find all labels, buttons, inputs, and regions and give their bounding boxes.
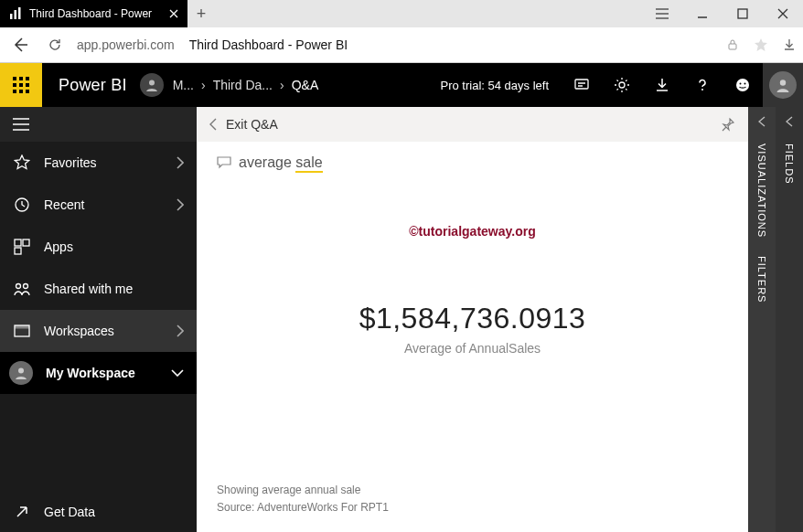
- rail-visualizations[interactable]: VISUALIZATIONS FILTERS: [748, 107, 776, 532]
- brand-label[interactable]: Power BI: [42, 76, 140, 95]
- chevron-right-icon: [177, 198, 184, 211]
- window-controls: [642, 0, 803, 27]
- window-minimize-button[interactable]: [682, 0, 723, 27]
- powerbi-tab-icon: [9, 7, 22, 20]
- pro-trial-status[interactable]: Pro trial: 54 days left: [428, 79, 562, 92]
- tab-bar: Third Dashboard - Power +: [0, 0, 803, 27]
- notifications-button[interactable]: [562, 63, 602, 107]
- result-value: $1,584,736.0913: [359, 302, 586, 335]
- footer-line2: Source: AdventureWorks For RPT1: [217, 499, 389, 516]
- browser-chrome: Third Dashboard - Power + app.powerbi.co…: [0, 0, 803, 63]
- left-nav: Favorites Recent Apps Shared with me Wor…: [0, 107, 197, 532]
- workspace: Favorites Recent Apps Shared with me Wor…: [0, 107, 803, 532]
- sidebar-item-label: Get Data: [44, 505, 95, 519]
- svg-point-20: [744, 83, 746, 85]
- url-host[interactable]: app.powerbi.com: [77, 37, 175, 52]
- address-bar: app.powerbi.com Third Dashboard - Power …: [0, 27, 803, 62]
- favorite-icon[interactable]: [754, 37, 768, 52]
- sidebar-item-label: Recent: [44, 197, 84, 212]
- window-maximize-button[interactable]: [723, 0, 763, 27]
- person-icon: [145, 78, 159, 92]
- chevron-left-icon: [786, 116, 793, 127]
- gear-icon: [614, 77, 630, 93]
- exit-qna-link[interactable]: Exit Q&A: [226, 117, 278, 132]
- sidebar-item-label: Workspaces: [44, 324, 114, 338]
- svg-rect-29: [15, 325, 29, 329]
- share-icon: [13, 281, 31, 297]
- svg-rect-10: [26, 83, 29, 87]
- sidebar-item-recent[interactable]: Recent: [0, 184, 197, 226]
- svg-point-19: [740, 83, 742, 85]
- qna-footer-info: Showing average annual sale Source: Adve…: [217, 482, 389, 516]
- svg-rect-2: [18, 7, 21, 19]
- feedback-button[interactable]: [723, 63, 763, 107]
- new-tab-button[interactable]: +: [187, 0, 215, 27]
- svg-rect-15: [575, 80, 588, 89]
- help-icon: [694, 77, 711, 93]
- browser-menu-icon[interactable]: [642, 0, 682, 27]
- browser-tab-active[interactable]: Third Dashboard - Power: [0, 0, 187, 27]
- svg-point-27: [24, 284, 28, 289]
- breadcrumb-level2[interactable]: Third Da...: [213, 78, 273, 92]
- chevron-right-icon: ›: [201, 78, 206, 92]
- qna-result-card: $1,584,736.0913 Average of AnnualSales: [359, 302, 586, 356]
- rail-fields[interactable]: FIELDS: [776, 107, 803, 532]
- breadcrumb-level3[interactable]: Q&A: [292, 78, 319, 92]
- qna-area: average sale ©tutorialgateway.org $1,584…: [197, 142, 748, 532]
- svg-rect-11: [13, 90, 16, 93]
- sidebar-item-label: Favorites: [44, 155, 97, 170]
- speech-bubble-icon: [217, 156, 231, 169]
- chevron-right-icon: ›: [280, 78, 284, 92]
- breadcrumb: M... › Third Da... › Q&A: [140, 73, 319, 97]
- svg-point-17: [701, 89, 703, 90]
- sidebar-item-apps[interactable]: Apps: [0, 226, 197, 268]
- breadcrumb-avatar[interactable]: [140, 73, 164, 97]
- breadcrumb-level1[interactable]: M...: [173, 78, 194, 92]
- chevron-right-icon: [177, 156, 184, 169]
- svg-rect-9: [19, 83, 23, 87]
- smile-icon: [734, 77, 751, 93]
- user-menu[interactable]: [763, 63, 803, 107]
- window-close-button[interactable]: [763, 0, 803, 27]
- tab-title: Third Dashboard - Power: [29, 7, 162, 20]
- close-tab-icon[interactable]: [169, 9, 178, 18]
- svg-rect-3: [738, 9, 747, 18]
- getdata-icon: [13, 505, 31, 519]
- refresh-button[interactable]: [42, 37, 68, 52]
- sidebar-item-get-data[interactable]: Get Data: [0, 491, 197, 532]
- app-launcher-button[interactable]: [0, 63, 42, 107]
- address-bar-right: [726, 37, 796, 52]
- url-page-title: Third Dashboard - Power BI: [189, 37, 348, 52]
- watermark-text: ©tutorialgateway.org: [409, 224, 535, 239]
- download-button[interactable]: [642, 63, 682, 107]
- svg-rect-13: [26, 90, 29, 93]
- pin-button[interactable]: [721, 117, 735, 132]
- rail-label: VISUALIZATIONS: [756, 144, 767, 238]
- apps-icon: [13, 239, 31, 255]
- sidebar-item-my-workspace[interactable]: My Workspace: [0, 352, 197, 394]
- rail-label: FILTERS: [756, 256, 767, 303]
- back-button[interactable]: [7, 37, 33, 53]
- sidebar-item-workspaces[interactable]: Workspaces: [0, 310, 197, 352]
- waffle-icon: [13, 77, 29, 93]
- nav-collapse-button[interactable]: [0, 107, 197, 142]
- svg-rect-4: [729, 44, 736, 49]
- sidebar-item-shared[interactable]: Shared with me: [0, 268, 197, 310]
- powerbi-header: Power BI M... › Third Da... › Q&A Pro tr…: [0, 63, 803, 107]
- star-icon: [13, 154, 31, 171]
- download-browser-icon[interactable]: [783, 38, 796, 51]
- result-label: Average of AnnualSales: [359, 341, 586, 356]
- settings-button[interactable]: [602, 63, 642, 107]
- sidebar-item-label: Shared with me: [44, 282, 133, 296]
- lock-icon: [726, 38, 739, 51]
- svg-point-30: [18, 368, 24, 374]
- download-icon: [655, 78, 669, 92]
- svg-rect-6: [19, 77, 23, 80]
- user-icon: [775, 77, 791, 93]
- help-button[interactable]: [682, 63, 723, 107]
- sidebar-item-favorites[interactable]: Favorites: [0, 142, 197, 184]
- qna-input[interactable]: average sale: [217, 154, 728, 171]
- chevron-left-icon[interactable]: [209, 118, 217, 131]
- footer-line1: Showing average annual sale: [217, 482, 389, 499]
- svg-rect-7: [26, 77, 29, 80]
